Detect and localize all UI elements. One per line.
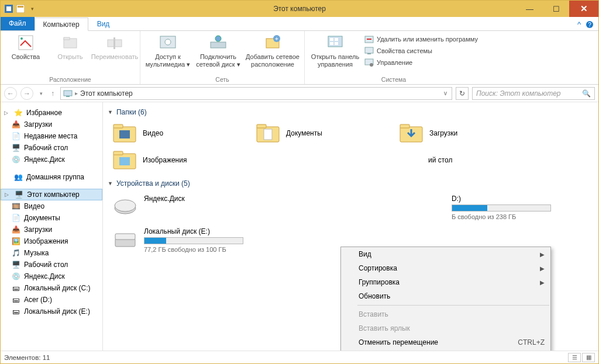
close-button[interactable]: ✕ bbox=[569, 1, 598, 17]
group-label: Расположение bbox=[49, 76, 91, 84]
content-view[interactable]: ▼ Папки (6) Видео Документы Загрузки Изо… bbox=[103, 102, 598, 351]
folder-videos-icon bbox=[112, 122, 137, 144]
submenu-arrow-icon: ▶ bbox=[540, 265, 545, 272]
computer-icon: 🖥️ bbox=[14, 190, 23, 199]
folder-pictures-icon bbox=[112, 149, 137, 171]
properties-button[interactable]: Свойства bbox=[5, 32, 46, 61]
svg-rect-11 bbox=[113, 37, 115, 49]
media-access-button[interactable]: Доступ к мультимедиа ▾ bbox=[145, 32, 191, 68]
svg-rect-19 bbox=[328, 36, 342, 47]
ctx-undo[interactable]: Отменить перемещениеCTRL+Z bbox=[341, 335, 550, 349]
back-button[interactable]: ← bbox=[4, 87, 17, 100]
sidebar-item[interactable]: 📥Загрузки bbox=[1, 224, 102, 235]
tab-computer[interactable]: Компьютер bbox=[35, 18, 88, 31]
sidebar-item[interactable]: 🖼️Изображения bbox=[1, 235, 102, 247]
control-panel-button[interactable]: Открыть панель управления bbox=[309, 32, 361, 68]
help-icon[interactable]: ? bbox=[586, 20, 598, 30]
collapse-icon[interactable]: ▼ bbox=[108, 181, 113, 186]
uninstall-program-button[interactable]: Удалить или изменить программу bbox=[364, 34, 478, 44]
folder-icon: 📥 bbox=[11, 120, 20, 129]
view-tiles-button[interactable]: ▦ bbox=[582, 353, 595, 362]
svg-rect-46 bbox=[115, 234, 135, 240]
tab-view[interactable]: Вид bbox=[88, 17, 119, 30]
submenu-arrow-icon: ▶ bbox=[540, 279, 545, 286]
tab-file[interactable]: Файл bbox=[1, 16, 35, 30]
folders-section-header[interactable]: ▼ Папки (6) bbox=[103, 102, 598, 120]
drive-item-partial[interactable]: D:) Б свободно из 238 ГБ bbox=[276, 191, 452, 224]
sidebar-item[interactable]: 🖴Локальный диск (C:) bbox=[1, 282, 102, 294]
sidebar-item[interactable]: 🖴Локальный диск (E:) bbox=[1, 306, 102, 317]
quick-access-toolbar: ▾ bbox=[1, 4, 37, 13]
svg-rect-21 bbox=[335, 38, 338, 41]
homegroup-icon: 👥 bbox=[13, 172, 23, 182]
svg-rect-37 bbox=[264, 129, 272, 140]
window-title: Этот компьютер bbox=[1, 5, 598, 13]
item-count: Элементов: 11 bbox=[4, 354, 50, 361]
collapse-icon[interactable]: ▼ bbox=[108, 109, 113, 115]
search-placeholder: Поиск: Этот компьютер bbox=[476, 89, 561, 98]
sidebar-this-pc[interactable]: ▷🖥️Этот компьютер bbox=[1, 189, 102, 200]
sidebar-item[interactable]: 💿Яндекс.Диск bbox=[1, 271, 102, 282]
svg-rect-26 bbox=[365, 47, 373, 53]
sidebar-homegroup[interactable]: 👥Домашняя группа bbox=[1, 171, 102, 183]
ribbon: Свойства Открыть Переименовать Расположе… bbox=[1, 31, 598, 85]
folder-item[interactable]: Загрузки bbox=[399, 120, 542, 147]
drive-item[interactable]: Яндекс.Диск bbox=[112, 191, 276, 224]
svg-rect-3 bbox=[18, 6, 23, 8]
svg-point-13 bbox=[165, 39, 171, 45]
qat-dropdown-icon[interactable]: ▾ bbox=[27, 4, 37, 13]
svg-rect-9 bbox=[64, 37, 70, 40]
ctx-refresh[interactable]: Обновить bbox=[341, 289, 550, 303]
folder-downloads-icon bbox=[399, 122, 424, 144]
qat-button[interactable] bbox=[16, 4, 25, 13]
sidebar-item-downloads[interactable]: 📥Загрузки bbox=[1, 119, 102, 130]
address-dropdown-icon[interactable]: v bbox=[442, 90, 449, 96]
refresh-button[interactable]: ↻ bbox=[456, 87, 469, 100]
expand-icon[interactable]: ▷ bbox=[5, 192, 11, 197]
drive-item[interactable]: Локальный диск (E:) 77,2 ГБ свободно из … bbox=[112, 224, 276, 256]
ctx-sort[interactable]: Сортировка▶ bbox=[341, 261, 550, 275]
map-drive-button[interactable]: Подключить сетевой диск ▾ bbox=[194, 32, 242, 68]
sidebar-favorites[interactable]: ▷⭐Избранное bbox=[1, 107, 102, 119]
svg-rect-25 bbox=[367, 39, 371, 40]
chevron-right-icon[interactable]: ▸ bbox=[75, 90, 78, 96]
address-bar[interactable]: ▸ Этот компьютер v bbox=[60, 87, 452, 100]
ctx-group[interactable]: Группировка▶ bbox=[341, 275, 550, 289]
status-bar: Элементов: 11 ☰ ▦ bbox=[1, 351, 598, 363]
sidebar-item[interactable]: 🎞️Видео bbox=[1, 200, 102, 212]
group-label: Система bbox=[381, 76, 406, 84]
sidebar-item-yandex[interactable]: 💿Яндекс.Диск bbox=[1, 154, 102, 165]
view-details-button[interactable]: ☰ bbox=[568, 353, 581, 362]
folder-icon: 🖼️ bbox=[11, 237, 20, 246]
ctx-view[interactable]: Вид▶ bbox=[341, 247, 550, 261]
minimize-button[interactable]: — bbox=[517, 1, 543, 17]
sidebar-item[interactable]: 🖥️Рабочий стол bbox=[1, 259, 102, 271]
drives-section-header[interactable]: ▼ Устройства и диски (5) bbox=[103, 174, 598, 191]
forward-button[interactable]: → bbox=[20, 87, 33, 100]
context-menu: Вид▶ Сортировка▶ Группировка▶ Обновить В… bbox=[340, 247, 551, 351]
recent-locations-icon[interactable]: ▾ bbox=[37, 87, 45, 100]
folder-item-partial[interactable]: ий стол bbox=[399, 147, 542, 174]
sidebar-item[interactable]: 📄Документы bbox=[1, 212, 102, 224]
svg-text:?: ? bbox=[588, 22, 591, 28]
expand-icon[interactable]: ▷ bbox=[4, 110, 10, 116]
folder-item[interactable]: Изображения bbox=[112, 147, 256, 174]
manage-button[interactable]: Управление bbox=[364, 58, 478, 67]
folder-item[interactable]: Видео bbox=[112, 120, 256, 147]
system-properties-button[interactable]: Свойства системы bbox=[364, 46, 478, 56]
maximize-button[interactable]: ☐ bbox=[543, 1, 569, 17]
sidebar-item-desktop[interactable]: 🖥️Рабочий стол bbox=[1, 142, 102, 154]
titlebar: ▾ Этот компьютер — ☐ ✕ bbox=[1, 1, 598, 17]
folder-item[interactable]: Документы bbox=[256, 120, 399, 147]
sidebar-item-recent[interactable]: 📄Недавние места bbox=[1, 130, 102, 142]
up-button[interactable]: ↑ bbox=[49, 87, 57, 100]
sidebar-item[interactable]: 🎵Музыка bbox=[1, 247, 102, 259]
add-network-location-button[interactable]: + Добавить сетевое расположение bbox=[246, 32, 300, 68]
ribbon-collapse-icon[interactable]: ^ bbox=[573, 20, 586, 30]
search-input[interactable]: Поиск: Этот компьютер 🔍 bbox=[472, 87, 595, 100]
breadcrumb[interactable]: Этот компьютер bbox=[80, 89, 133, 98]
svg-rect-36 bbox=[257, 124, 266, 128]
hdd-icon bbox=[112, 227, 138, 251]
folder-icon: 📥 bbox=[11, 225, 20, 234]
sidebar-item[interactable]: 🖴Acer (D:) bbox=[1, 294, 102, 306]
